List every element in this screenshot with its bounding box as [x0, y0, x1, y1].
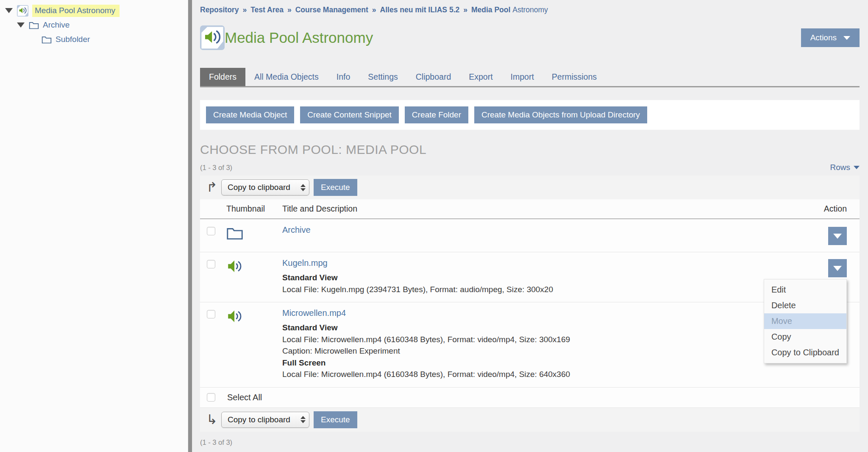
breadcrumb-separator: »	[287, 6, 292, 14]
table-row: Microwellen.mp4 Standard View Local File…	[200, 302, 860, 388]
scrollbar-thumb[interactable]	[188, 0, 192, 452]
tab-import[interactable]: Import	[502, 68, 543, 86]
folder-icon	[29, 21, 39, 30]
select-all-row: Select All	[200, 388, 860, 408]
select-all-checkbox[interactable]	[207, 393, 215, 402]
create-folder-button[interactable]: Create Folder	[405, 106, 468, 123]
tab-settings[interactable]: Settings	[359, 68, 406, 86]
result-range: (1 - 3 of 3)	[200, 164, 232, 172]
item-title-link[interactable]: Kugeln.mpg	[282, 258, 328, 268]
media-pool-icon	[17, 5, 28, 17]
breadcrumb-separator: »	[242, 6, 247, 14]
bulk-action-select[interactable]: Copy to clipboard	[221, 412, 309, 428]
create-media-object-button[interactable]: Create Media Object	[206, 106, 294, 123]
table-header-row: Thumbnail Title and Description Action	[200, 199, 860, 219]
chevron-down-icon	[833, 266, 842, 271]
tab-clipboard[interactable]: Clipboard	[407, 68, 460, 86]
folder-icon	[42, 35, 52, 44]
select-stepper-icon	[297, 184, 309, 191]
tree-item-label[interactable]: Archive	[43, 20, 70, 30]
breadcrumb-current: Astronomy	[512, 6, 548, 14]
create-content-snippet-button[interactable]: Create Content Snippet	[300, 106, 399, 123]
row-checkbox[interactable]	[207, 227, 215, 235]
tree-item-archive[interactable]: Archive	[0, 18, 188, 32]
row-checkbox[interactable]	[207, 260, 215, 268]
column-header-thumbnail: Thumbnail	[226, 204, 282, 214]
audio-media-icon	[226, 258, 282, 295]
page-title: Media Pool Astronomy	[225, 29, 373, 46]
menu-item-copy-to-clipboard[interactable]: Copy to Clipboard	[764, 345, 846, 360]
tab-permissions[interactable]: Permissions	[543, 68, 606, 86]
media-pool-icon	[200, 25, 225, 50]
item-title-link[interactable]: Microwellen.mp4	[282, 308, 346, 318]
breadcrumb-separator: »	[463, 6, 467, 14]
chevron-down-icon	[833, 234, 842, 239]
breadcrumb-link[interactable]: Alles neu mit ILIAS 5.2	[380, 6, 460, 14]
execute-button[interactable]: Execute	[314, 179, 357, 196]
apply-to-selection-bottom-icon: ↳	[205, 413, 219, 426]
tab-info[interactable]: Info	[328, 68, 359, 86]
page-header: Media Pool Astronomy Actions	[200, 25, 860, 50]
rows-dropdown-label: Rows	[830, 163, 850, 172]
select-all-label: Select All	[227, 393, 262, 402]
column-header-title: Title and Description	[282, 204, 787, 214]
tab-folders[interactable]: Folders	[200, 68, 245, 86]
rows-dropdown[interactable]: Rows	[830, 163, 860, 172]
tab-all-media-objects[interactable]: All Media Objects	[245, 68, 328, 86]
video-media-icon	[226, 308, 282, 380]
main-area: Repository»Test Area»Course Management»A…	[192, 0, 868, 452]
breadcrumb-link[interactable]: Course Management	[295, 6, 368, 14]
breadcrumb-separator: »	[372, 6, 376, 14]
repository-tree-panel: Media Pool Astronomy Archive Subfolder	[0, 0, 188, 452]
media-pool-table: ↱ Copy to clipboard Execute Thumbnail Ti…	[200, 176, 860, 432]
bulk-action-select[interactable]: Copy to clipboard	[221, 179, 309, 195]
breadcrumb-link[interactable]: Repository	[200, 6, 239, 14]
select-stepper-icon	[297, 416, 309, 423]
row-actions-context-menu: Edit Delete Move Copy Copy to Clipboard	[764, 279, 847, 363]
row-actions-dropdown-button[interactable]	[828, 227, 847, 245]
bulk-command-bar-bottom: ↳ Copy to clipboard Execute	[200, 408, 860, 432]
tree-item-label[interactable]: Subfolder	[56, 35, 90, 44]
expander-icon[interactable]	[17, 22, 25, 28]
table-row: Archive	[200, 219, 860, 252]
breadcrumb: Repository»Test Area»Course Management»A…	[200, 0, 860, 14]
tree-item-label[interactable]: Media Pool Astronomy	[32, 5, 120, 17]
expander-icon[interactable]	[5, 8, 13, 13]
tree: Media Pool Astronomy Archive Subfolder	[0, 0, 188, 47]
row-actions-dropdown-button[interactable]	[828, 259, 847, 277]
menu-item-edit[interactable]: Edit	[764, 282, 846, 298]
tab-bar: Folders All Media Objects Info Settings …	[200, 68, 860, 87]
ilias-media-pool-page: Media Pool Astronomy Archive Subfolder	[0, 0, 868, 452]
menu-item-delete[interactable]: Delete	[764, 298, 846, 313]
table-row: Kugeln.mpg Standard View Local File: Kug…	[200, 252, 860, 302]
bulk-action-select-value: Copy to clipboard	[222, 415, 297, 424]
result-range: (1 - 3 of 3)	[200, 438, 860, 446]
create-from-upload-directory-button[interactable]: Create Media Objects from Upload Directo…	[474, 106, 647, 123]
tree-scrollbar[interactable]	[188, 0, 192, 452]
bulk-action-select-value: Copy to clipboard	[222, 183, 297, 192]
pool-section-heading: CHOOSE FROM POOL: MEDIA POOL	[200, 142, 860, 157]
actions-button-label: Actions	[810, 33, 837, 42]
item-description: Standard View Local File: Microwellen.mp…	[282, 322, 787, 380]
folder-icon	[226, 225, 282, 245]
breadcrumb-link[interactable]: Test Area	[250, 6, 284, 14]
table-meta-row: (1 - 3 of 3) Rows	[200, 163, 860, 172]
execute-button[interactable]: Execute	[314, 411, 357, 428]
column-header-action: Action	[787, 204, 847, 214]
breadcrumb-link[interactable]: Media Pool	[471, 6, 510, 14]
actions-button[interactable]: Actions	[801, 28, 860, 47]
chevron-down-icon	[854, 166, 860, 169]
bulk-command-bar-top: ↱ Copy to clipboard Execute	[200, 176, 860, 199]
tree-item-media-pool[interactable]: Media Pool Astronomy	[0, 3, 188, 18]
creation-toolbar: Create Media Object Create Content Snipp…	[200, 100, 860, 130]
tab-export[interactable]: Export	[460, 68, 501, 86]
menu-item-copy[interactable]: Copy	[764, 329, 846, 345]
row-checkbox[interactable]	[207, 310, 215, 318]
item-title-link[interactable]: Archive	[282, 225, 311, 234]
menu-item-move[interactable]: Move	[764, 313, 846, 329]
apply-to-selection-top-icon: ↱	[205, 181, 219, 194]
chevron-down-icon	[843, 36, 850, 40]
item-description: Standard View Local File: Kugeln.mpg (23…	[282, 272, 787, 295]
tree-item-subfolder[interactable]: Subfolder	[0, 32, 188, 47]
